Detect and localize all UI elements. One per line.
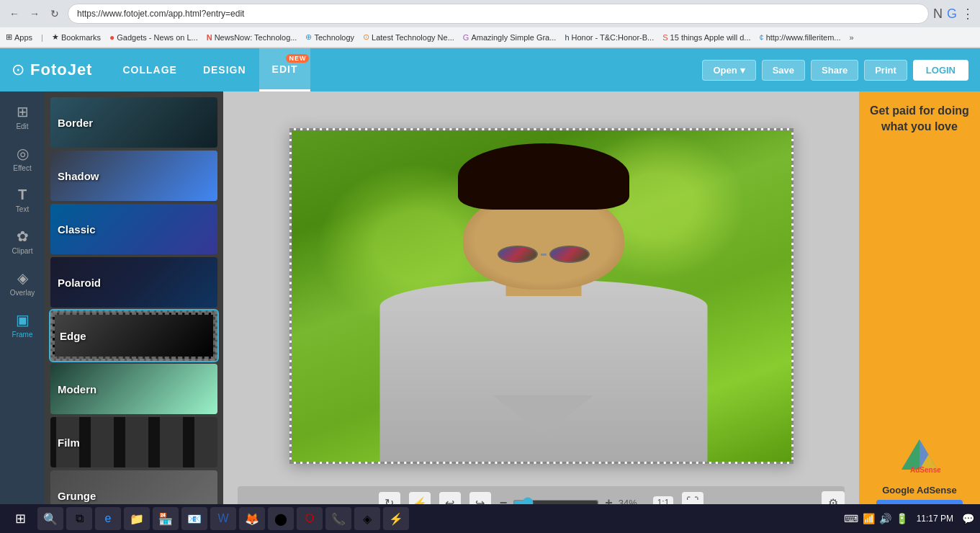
bookmark-amazingly[interactable]: G Amazingly Simple Gra... bbox=[463, 33, 557, 42]
frame-item-polaroid[interactable]: Polaroid bbox=[50, 257, 217, 308]
frame-item-film[interactable]: Film bbox=[50, 417, 217, 467]
tab-collage[interactable]: COLLAGE bbox=[109, 48, 189, 91]
taskbar-skype[interactable]: 📞 bbox=[325, 507, 351, 530]
newsnow-favicon: N bbox=[207, 33, 212, 42]
more-bookmarks[interactable]: » bbox=[850, 33, 854, 42]
frames-panel: Border Shadow Classic Polaroid Edge Mode… bbox=[45, 91, 223, 533]
bookmark-apps[interactable]: ⊞ Apps bbox=[6, 32, 32, 42]
clipart-icon: ✿ bbox=[17, 228, 29, 245]
frame-item-edge[interactable]: Edge bbox=[50, 310, 217, 361]
back-button[interactable]: ← bbox=[6, 5, 23, 22]
header-actions: Open ▾ Save Share Print LOGIN bbox=[702, 60, 968, 81]
profile-icon[interactable]: G bbox=[947, 6, 957, 22]
print-button[interactable]: Print bbox=[864, 60, 907, 81]
taskbar-keyboard-icon[interactable]: ⌨ bbox=[844, 513, 858, 524]
taskbar-task-view[interactable]: ⧉ bbox=[66, 507, 92, 530]
text-icon: T bbox=[18, 187, 27, 203]
taskbar-firefox[interactable]: 🦊 bbox=[239, 507, 265, 530]
taskbar-wifi-icon[interactable]: 📶 bbox=[863, 513, 875, 524]
taskbar-mail[interactable]: 📧 bbox=[181, 507, 207, 530]
bookmarks-bar: ⊞ Apps | ★ Bookmarks ● Gadgets - News on… bbox=[0, 27, 980, 48]
taskbar-volume-icon[interactable]: 🔊 bbox=[879, 513, 891, 524]
bookmark-latest-tech[interactable]: ⊙ Latest Technology Ne... bbox=[363, 32, 454, 42]
ad-top-text: Get paid for doing what you love bbox=[865, 103, 974, 135]
sidebar-item-effect[interactable]: ◎ Effect bbox=[0, 139, 45, 178]
app-container: ⊙ FotoJet COLLAGE DESIGN EDIT NEW Open ▾… bbox=[0, 48, 980, 533]
new-badge: NEW bbox=[286, 54, 309, 63]
fotojet-logo-icon: ⊙ bbox=[12, 61, 24, 79]
taskbar-clock[interactable]: 11:17 PM bbox=[911, 514, 959, 524]
frame-item-shadow[interactable]: Shadow bbox=[50, 151, 217, 201]
bookmark-bookmarks[interactable]: ★ Bookmarks bbox=[52, 32, 101, 42]
bookmark-filler[interactable]: ¢ http://www.filleritem... bbox=[760, 33, 841, 42]
start-button[interactable]: ⊞ bbox=[6, 507, 35, 530]
share-button[interactable]: Share bbox=[811, 60, 858, 81]
nav-tabs: COLLAGE DESIGN EDIT NEW bbox=[109, 48, 310, 91]
15things-favicon: S bbox=[662, 33, 667, 42]
amazingly-favicon: G bbox=[463, 33, 469, 42]
save-button[interactable]: Save bbox=[762, 60, 805, 81]
right-ad-panel: Get paid for doing what you love AdSense… bbox=[859, 91, 980, 533]
taskbar-chrome[interactable]: ⬤ bbox=[268, 507, 294, 530]
taskbar-system-icons: ⌨ 📶 🔊 🔋 bbox=[844, 513, 908, 524]
taskbar-opera[interactable]: O bbox=[297, 507, 323, 530]
menu-icon[interactable]: ⋮ bbox=[961, 6, 974, 22]
taskbar-edge[interactable]: e bbox=[95, 507, 121, 530]
frame-item-modern[interactable]: Modern bbox=[50, 364, 217, 414]
latest-tech-favicon: ⊙ bbox=[363, 32, 369, 42]
overlay-icon: ◈ bbox=[17, 269, 28, 287]
svg-text:AdSense: AdSense bbox=[910, 466, 940, 474]
reload-button[interactable]: ↻ bbox=[46, 5, 63, 22]
star-icon: ★ bbox=[52, 32, 59, 42]
canvas-area: ↻ ⚡ ↩ ↪ − + 34% 1:1 ⛶ ⚙ bbox=[223, 91, 859, 533]
bookmark-newsnow[interactable]: N NewsNow: Technolog... bbox=[207, 33, 297, 42]
address-bar[interactable]: https://www.fotojet.com/app.html?entry=e… bbox=[68, 4, 929, 24]
bookmark-honor[interactable]: h Honor - T&C:Honor-B... bbox=[565, 33, 654, 42]
url-text: https://www.fotojet.com/app.html?entry=e… bbox=[77, 9, 244, 19]
taskbar-store[interactable]: 🏪 bbox=[153, 507, 179, 530]
taskbar-notification-icon[interactable]: 💬 bbox=[962, 513, 974, 524]
bookmark-technology[interactable]: ⊕ Technology bbox=[305, 32, 354, 42]
sidebar-item-clipart[interactable]: ✿ Clipart bbox=[0, 222, 45, 261]
extensions-icon[interactable]: N bbox=[933, 6, 943, 22]
open-button[interactable]: Open ▾ bbox=[702, 60, 755, 81]
taskbar-explorer[interactable]: 📁 bbox=[124, 507, 150, 530]
sidebar-item-edit[interactable]: ⊞ Edit bbox=[0, 97, 45, 136]
sidebar-icons: ⊞ Edit ◎ Effect T Text ✿ Clipart ◈ Overl… bbox=[0, 91, 45, 533]
browser-chrome: ← → ↻ https://www.fotojet.com/app.html?e… bbox=[0, 0, 980, 48]
frame-item-border[interactable]: Border bbox=[50, 97, 217, 148]
sidebar-item-overlay[interactable]: ◈ Overlay bbox=[0, 264, 45, 303]
honor-favicon: h bbox=[565, 33, 569, 42]
logo-area: ⊙ FotoJet bbox=[12, 61, 92, 79]
forward-button[interactable]: → bbox=[26, 5, 43, 22]
tab-edit[interactable]: EDIT NEW bbox=[259, 48, 311, 91]
tab-design[interactable]: DESIGN bbox=[190, 48, 259, 91]
adsense-name: Google AdSense bbox=[882, 485, 957, 496]
browser-nav-buttons: ← → ↻ bbox=[6, 5, 63, 22]
sidebar-item-frame[interactable]: ▣ Frame bbox=[0, 305, 45, 344]
bookmark-gadgets[interactable]: ● Gadgets - News on L... bbox=[109, 32, 198, 42]
taskbar-app2[interactable]: ⚡ bbox=[383, 507, 409, 530]
taskbar-search[interactable]: 🔍 bbox=[37, 507, 63, 530]
frame-item-classic[interactable]: Classic bbox=[50, 204, 217, 254]
app-header: ⊙ FotoJet COLLAGE DESIGN EDIT NEW Open ▾… bbox=[0, 48, 980, 91]
sidebar-item-text[interactable]: T Text bbox=[0, 181, 45, 219]
photo-canvas[interactable] bbox=[289, 128, 794, 464]
tech-favicon: ⊕ bbox=[305, 32, 312, 42]
bookmark-15things[interactable]: S 15 things Apple will d... bbox=[662, 33, 750, 42]
taskbar-app1[interactable]: ◈ bbox=[354, 507, 380, 530]
edit-icon: ⊞ bbox=[17, 103, 29, 120]
fotojet-logo-text: FotoJet bbox=[30, 61, 92, 79]
taskbar: ⊞ 🔍 ⧉ e 📁 🏪 📧 W 🦊 ⬤ O 📞 ◈ ⚡ ⌨ 📶 🔊 🔋 11:1… bbox=[0, 504, 980, 533]
filler-favicon: ¢ bbox=[760, 33, 764, 42]
apps-icon: ⊞ bbox=[6, 32, 12, 42]
canvas-workspace bbox=[238, 106, 845, 486]
taskbar-word[interactable]: W bbox=[210, 507, 236, 530]
app-body: ⊞ Edit ◎ Effect T Text ✿ Clipart ◈ Overl… bbox=[0, 91, 980, 533]
login-button[interactable]: LOGIN bbox=[913, 60, 968, 81]
browser-toolbar: ← → ↻ https://www.fotojet.com/app.html?e… bbox=[0, 0, 980, 27]
frame-icon: ▣ bbox=[16, 311, 30, 328]
gadgets-favicon: ● bbox=[109, 32, 114, 42]
browser-actions: N G ⋮ bbox=[933, 6, 974, 22]
taskbar-battery-icon[interactable]: 🔋 bbox=[896, 513, 908, 524]
